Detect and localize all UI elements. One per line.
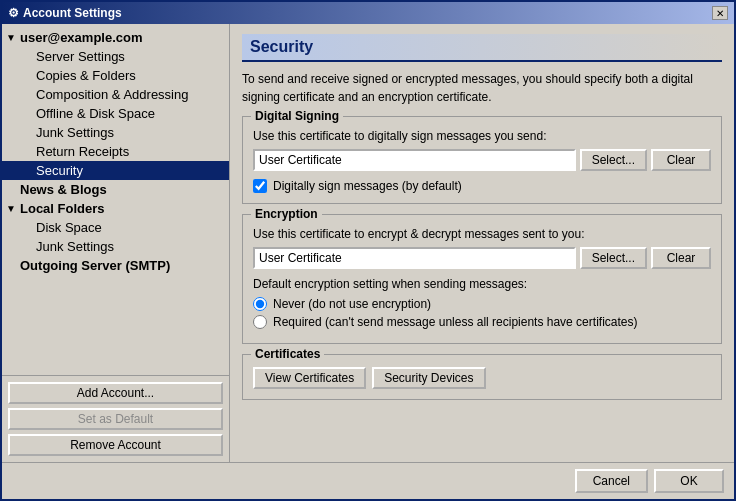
digital-signing-label: Digital Signing [251, 109, 343, 123]
ok-button[interactable]: OK [654, 469, 724, 493]
sidebar-item-label: Local Folders [20, 201, 105, 216]
remove-account-button[interactable]: Remove Account [8, 434, 223, 456]
sidebar-item-label: Security [36, 163, 83, 178]
encryption-required-row: Required (can't send message unless all … [253, 315, 711, 329]
account-settings-window: ⚙ Account Settings ✕ ▼ user@example.com … [0, 0, 736, 501]
encryption-cert-field[interactable] [253, 247, 576, 269]
sidebar-item-local-folders[interactable]: ▼ Local Folders [2, 199, 229, 218]
digital-signing-clear-button[interactable]: Clear [651, 149, 711, 171]
panel-title: Security [242, 34, 722, 62]
sidebar-item-copies-folders[interactable]: Copies & Folders [2, 66, 229, 85]
digital-signing-group: Digital Signing Use this certificate to … [242, 116, 722, 204]
title-icon: ⚙ [8, 6, 19, 20]
encryption-never-radio[interactable] [253, 297, 267, 311]
security-panel: Security To send and receive signed or e… [230, 24, 734, 462]
encryption-select-button[interactable]: Select... [580, 247, 647, 269]
sidebar-item-label: Offline & Disk Space [36, 106, 155, 121]
cancel-button[interactable]: Cancel [575, 469, 648, 493]
sidebar-item-label: Copies & Folders [36, 68, 136, 83]
sidebar-action-buttons: Add Account... Set as Default Remove Acc… [2, 375, 229, 462]
expand-icon: ▼ [6, 203, 18, 214]
sidebar-item-junk-settings[interactable]: Junk Settings [2, 123, 229, 142]
sidebar-item-label: Junk Settings [36, 239, 114, 254]
certificates-label: Certificates [251, 347, 324, 361]
encryption-clear-button[interactable]: Clear [651, 247, 711, 269]
sidebar-item-offline-disk-space[interactable]: Offline & Disk Space [2, 104, 229, 123]
sidebar-item-outgoing-server[interactable]: Outgoing Server (SMTP) [2, 256, 229, 275]
digital-signing-select-button[interactable]: Select... [580, 149, 647, 171]
sidebar-item-label: Composition & Addressing [36, 87, 188, 102]
panel-description: To send and receive signed or encrypted … [242, 70, 722, 106]
main-content: ▼ user@example.com Server Settings Copie… [2, 24, 734, 462]
sidebar-item-label: Return Receipts [36, 144, 129, 159]
security-devices-button[interactable]: Security Devices [372, 367, 485, 389]
titlebar: ⚙ Account Settings ✕ [2, 2, 734, 24]
digital-signing-cert-row: Select... Clear [253, 149, 711, 171]
encryption-required-label: Required (can't send message unless all … [273, 315, 637, 329]
sidebar-item-return-receipts[interactable]: Return Receipts [2, 142, 229, 161]
digital-signing-checkbox-row: Digitally sign messages (by default) [253, 179, 711, 193]
sidebar-item-composition-addressing[interactable]: Composition & Addressing [2, 85, 229, 104]
window-title: ⚙ Account Settings [8, 6, 122, 20]
encryption-required-radio[interactable] [253, 315, 267, 329]
view-certificates-button[interactable]: View Certificates [253, 367, 366, 389]
expand-icon: ▼ [6, 32, 18, 43]
sidebar: ▼ user@example.com Server Settings Copie… [2, 24, 230, 462]
sidebar-item-label: user@example.com [20, 30, 143, 45]
sidebar-item-junk-settings2[interactable]: Junk Settings [2, 237, 229, 256]
encryption-default-label: Default encryption setting when sending … [253, 277, 711, 291]
footer: Cancel OK [2, 462, 734, 499]
close-button[interactable]: ✕ [712, 6, 728, 20]
certificates-group: Certificates View Certificates Security … [242, 354, 722, 400]
encryption-never-row: Never (do not use encryption) [253, 297, 711, 311]
sidebar-item-news-blogs[interactable]: News & Blogs [2, 180, 229, 199]
add-account-button[interactable]: Add Account... [8, 382, 223, 404]
set-default-button[interactable]: Set as Default [8, 408, 223, 430]
encryption-never-label: Never (do not use encryption) [273, 297, 431, 311]
sidebar-item-user-account[interactable]: ▼ user@example.com [2, 28, 229, 47]
sidebar-item-label: Junk Settings [36, 125, 114, 140]
sidebar-item-label: Server Settings [36, 49, 125, 64]
account-tree: ▼ user@example.com Server Settings Copie… [2, 24, 229, 375]
encryption-cert-row: Select... Clear [253, 247, 711, 269]
digital-signing-checkbox-label: Digitally sign messages (by default) [273, 179, 462, 193]
sidebar-item-server-settings[interactable]: Server Settings [2, 47, 229, 66]
sidebar-item-disk-space[interactable]: Disk Space [2, 218, 229, 237]
encryption-desc: Use this certificate to encrypt & decryp… [253, 227, 711, 241]
sidebar-item-label: News & Blogs [20, 182, 107, 197]
digital-signing-checkbox[interactable] [253, 179, 267, 193]
encryption-label: Encryption [251, 207, 322, 221]
sidebar-item-label: Outgoing Server (SMTP) [20, 258, 170, 273]
digital-signing-cert-field[interactable] [253, 149, 576, 171]
sidebar-item-security[interactable]: Security [2, 161, 229, 180]
sidebar-item-label: Disk Space [36, 220, 102, 235]
encryption-group: Encryption Use this certificate to encry… [242, 214, 722, 344]
digital-signing-desc: Use this certificate to digitally sign m… [253, 129, 711, 143]
